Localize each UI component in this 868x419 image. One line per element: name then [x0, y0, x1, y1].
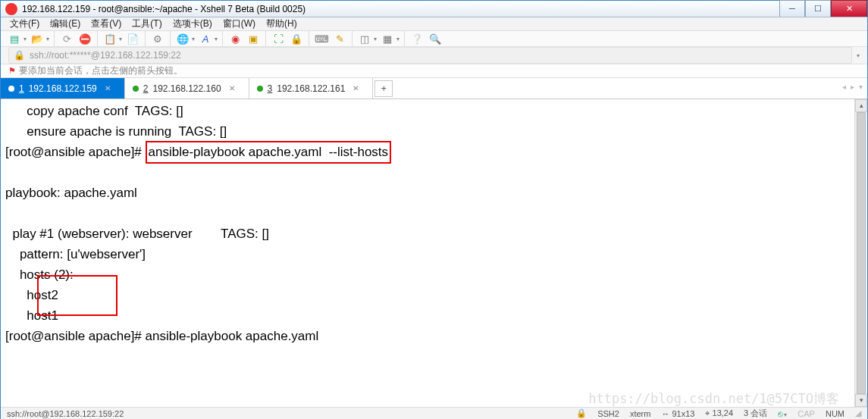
- menu-tab[interactable]: 选项卡(B): [173, 17, 212, 30]
- properties-icon[interactable]: ⚙: [150, 31, 165, 46]
- close-tab-icon[interactable]: ✕: [105, 84, 111, 92]
- term-line: copy apache conf TAGS: []: [5, 104, 183, 118]
- tab-list-icon[interactable]: ▾: [859, 83, 863, 91]
- tile-icon[interactable]: ▦: [380, 31, 395, 46]
- tab-num: 1: [19, 83, 24, 94]
- menu-edit[interactable]: 编辑(E): [50, 17, 80, 30]
- terminal-area: copy apache conf TAGS: [] ensure apache …: [1, 99, 867, 407]
- ssh-lock-icon: 🔒: [576, 408, 587, 418]
- disconnect-icon[interactable]: ⛔: [77, 31, 92, 46]
- xshell-logo-icon[interactable]: ◉: [227, 31, 243, 46]
- menu-view[interactable]: 查看(V): [91, 17, 121, 30]
- tab-next-icon[interactable]: ▸: [851, 83, 854, 91]
- open-icon[interactable]: 📂: [30, 31, 45, 46]
- term-line: pattern: [u'webserver']: [5, 247, 146, 261]
- status-size: 91x13: [672, 409, 694, 418]
- keyboard-icon[interactable]: ⌨: [314, 31, 329, 46]
- fullscreen-icon[interactable]: ⛶: [271, 31, 286, 46]
- scroll-down-icon[interactable]: ▾: [855, 394, 867, 407]
- term-line: playbook: apache.yaml: [5, 186, 137, 200]
- copy-icon[interactable]: 📋: [102, 31, 118, 46]
- highlight-hosts: [37, 275, 118, 316]
- status-cap: CAP: [797, 409, 815, 418]
- status-proto: SSH2: [597, 409, 619, 418]
- statusbar: ssh://root@192.168.122.159:22 🔒 SSH2 xte…: [1, 407, 867, 419]
- menu-window[interactable]: 窗口(W): [223, 17, 255, 30]
- menu-tools[interactable]: 工具(T): [132, 17, 161, 30]
- find-icon[interactable]: 🔍: [428, 31, 443, 46]
- terminal[interactable]: copy apache conf TAGS: [] ensure apache …: [1, 99, 854, 407]
- tab-2[interactable]: 2 192.168.122.160 ✕: [125, 78, 249, 98]
- tab-num: 2: [143, 83, 149, 94]
- status-dot-icon: [8, 86, 14, 92]
- infobar: ⚑ 要添加当前会话，点击左侧的箭头按钮。: [1, 64, 867, 78]
- cursor-icon: ⌖: [705, 408, 710, 417]
- address-bar: 🔒 ssh://root:******@192.168.122.159:22 ▾: [1, 47, 867, 64]
- xftp-icon[interactable]: ▣: [246, 31, 261, 46]
- term-line: ensure apache is running TAGS: []: [5, 124, 227, 139]
- app-window: 192.168.122.159 - root@ansible:~/apache …: [0, 0, 868, 419]
- link-dd-icon[interactable]: ▾: [784, 411, 787, 418]
- flag-icon: ⚑: [8, 66, 16, 76]
- scroll-thumb[interactable]: [857, 112, 866, 394]
- infobar-text: 要添加当前会话，点击左侧的箭头按钮。: [19, 64, 183, 77]
- status-sessions: 3 会话: [744, 408, 767, 419]
- titlebar: 192.168.122.159 - root@ansible:~/apache …: [1, 1, 867, 17]
- term-command: ansible-playbook apache.yaml: [146, 329, 319, 343]
- paste-icon[interactable]: 📄: [125, 31, 140, 46]
- resize-grip-icon[interactable]: ◢: [855, 408, 861, 418]
- address-input[interactable]: 🔒 ssh://root:******@192.168.122.159:22: [8, 47, 852, 64]
- status-dot-icon: [257, 86, 263, 92]
- tab-num: 3: [268, 83, 273, 94]
- tab-label: 192.168.122.161: [277, 83, 345, 94]
- term-prompt: [root@ansible apache]#: [5, 145, 146, 159]
- menu-help[interactable]: 帮助(H): [266, 17, 297, 30]
- status-enc: xterm: [630, 409, 651, 418]
- close-tab-icon[interactable]: ✕: [353, 84, 359, 92]
- status-pos: 13,24: [713, 408, 734, 417]
- window-title: 192.168.122.159 - root@ansible:~/apache …: [22, 4, 779, 14]
- scroll-track[interactable]: [855, 112, 867, 394]
- window-buttons: ─ ☐ ✕: [779, 1, 867, 17]
- tab-nav: ◂ ▸ ▾: [842, 83, 863, 91]
- status-path: ssh://root@192.168.122.159:22: [7, 409, 124, 418]
- tab-1[interactable]: 1 192.168.122.159 ✕: [1, 78, 125, 98]
- close-button[interactable]: ✕: [831, 0, 867, 17]
- status-num: NUM: [826, 409, 844, 418]
- tab-3[interactable]: 3 192.168.122.161 ✕: [249, 78, 374, 98]
- term-line: play #1 (webserver): webserver TAGS: []: [5, 227, 269, 241]
- lock-icon[interactable]: 🔒: [289, 31, 304, 46]
- tab-prev-icon[interactable]: ◂: [842, 83, 846, 91]
- new-session-icon[interactable]: ▤: [7, 31, 22, 46]
- globe-icon[interactable]: 🌐: [175, 31, 190, 46]
- maximize-button[interactable]: ☐: [805, 0, 831, 17]
- help-icon[interactable]: ❔: [409, 31, 425, 46]
- session-tabs: 1 192.168.122.159 ✕ 2 192.168.122.160 ✕ …: [1, 78, 867, 99]
- term-prompt: [root@ansible apache]#: [5, 329, 146, 343]
- status-dot-icon: [133, 86, 139, 92]
- menu-file[interactable]: 文件(F): [10, 17, 39, 30]
- highlight-command-1: ansible-playbook apache.yaml --list-host…: [146, 141, 392, 164]
- watermark: https://blog.csdn.net/1@57CTO博客: [588, 389, 839, 407]
- tab-label: 192.168.122.160: [152, 83, 221, 94]
- minimize-button[interactable]: ─: [779, 0, 805, 17]
- toolbar: ▤▾ 📂▾ ⟳ ⛔ 📋▾ 📄 ⚙ 🌐▾ A▾ ◉ ▣ ⛶ 🔒 ⌨ ✎ ◫▾ ▦▾…: [1, 31, 867, 47]
- vertical-scrollbar[interactable]: ▴ ▾: [854, 99, 867, 407]
- scroll-up-icon[interactable]: ▴: [855, 99, 867, 112]
- new-tab-button[interactable]: +: [374, 80, 393, 97]
- layout-icon[interactable]: ◫: [357, 31, 372, 46]
- address-text: ssh://root:******@192.168.122.159:22: [30, 50, 181, 61]
- size-icon: ↔: [661, 409, 669, 418]
- font-icon[interactable]: A: [198, 31, 213, 46]
- tab-label: 192.168.122.159: [29, 83, 97, 94]
- menubar: 文件(F) 编辑(E) 查看(V) 工具(T) 选项卡(B) 窗口(W) 帮助(…: [1, 17, 867, 31]
- xshell-icon: [5, 3, 17, 15]
- lock-small-icon: 🔒: [14, 50, 25, 61]
- reconnect-icon[interactable]: ⟳: [59, 31, 74, 46]
- link-icon: ⎋: [778, 409, 783, 418]
- close-tab-icon[interactable]: ✕: [229, 84, 235, 92]
- highlight-icon[interactable]: ✎: [332, 31, 347, 46]
- address-dropdown-icon[interactable]: ▾: [857, 52, 860, 59]
